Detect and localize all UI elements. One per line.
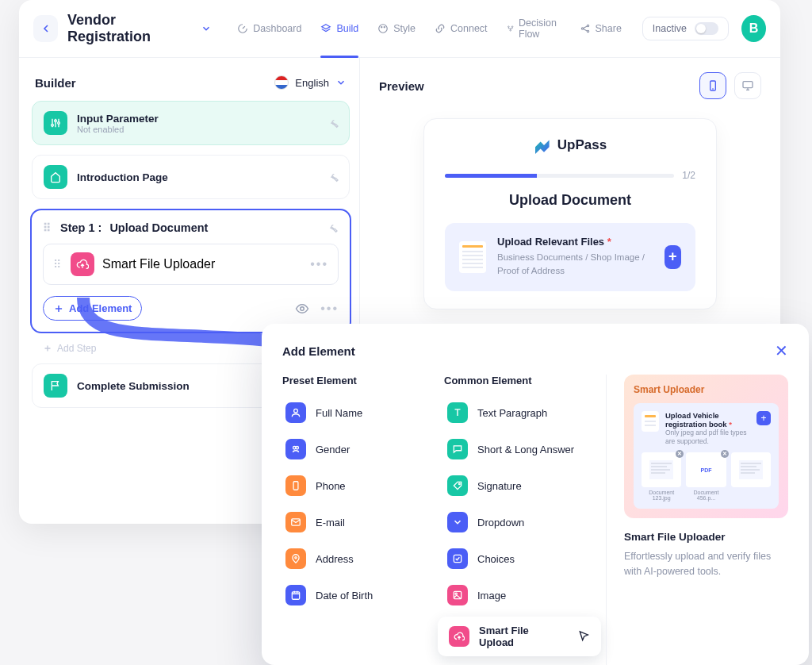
common-signature[interactable]: Signature (444, 471, 587, 501)
wrench-icon[interactable] (326, 221, 339, 234)
preset-column: Preset Element Full Name Gender Phone E-… (282, 375, 425, 665)
common-image[interactable]: Image (444, 580, 587, 610)
chat-icon (447, 439, 468, 459)
toggle-switch[interactable] (695, 22, 718, 35)
svg-point-7 (587, 25, 588, 26)
eye-icon[interactable] (295, 302, 309, 316)
common-choices[interactable]: Choices (444, 544, 587, 574)
common-short-long-answer[interactable]: Short & Long Answer (444, 434, 587, 464)
svg-point-6 (581, 28, 583, 29)
link-icon (435, 23, 446, 34)
input-parameter-card[interactable]: Input Parameter Not enabled (32, 101, 350, 145)
plus-icon (43, 344, 52, 353)
tag-icon (447, 475, 468, 496)
svg-point-20 (295, 557, 297, 559)
close-button[interactable]: ✕ (775, 341, 788, 360)
common-column: Common Element Text Paragraph Short & Lo… (444, 375, 587, 665)
title-dropdown[interactable] (201, 23, 212, 34)
tab-build[interactable]: Build (312, 11, 366, 46)
document-icon (459, 241, 486, 273)
pin-icon (285, 548, 306, 569)
layers-icon (320, 23, 331, 34)
wrench-icon[interactable] (327, 117, 339, 129)
upload-files-card: Upload Relevant Files * Business Documen… (445, 223, 695, 291)
step-label: Step 1 : (60, 221, 102, 234)
palette-icon (377, 23, 389, 34)
phone-icon (285, 475, 306, 496)
preview-heading: Upload Document (445, 192, 695, 209)
arrow-left-icon (40, 22, 52, 35)
page-title: Vendor Registration (67, 12, 191, 45)
status-toggle[interactable]: Inactive (642, 17, 729, 40)
preset-gender[interactable]: Gender (282, 434, 425, 464)
wrench-icon[interactable] (327, 171, 339, 183)
svg-point-22 (458, 483, 460, 485)
preview-device: UpPass 1/2 Upload Document Upload Releva… (423, 118, 717, 309)
add-mini-button[interactable]: + (756, 411, 771, 425)
tab-dashboard[interactable]: Dashboard (229, 11, 309, 46)
desktop-icon (741, 79, 754, 92)
add-element-button[interactable]: Add Element (43, 296, 142, 321)
svg-point-12 (301, 306, 304, 310)
text-icon (447, 402, 468, 423)
preset-address[interactable]: Address (282, 544, 425, 574)
uppass-icon (534, 136, 551, 154)
svg-rect-18 (293, 482, 298, 490)
avatar[interactable]: B (741, 15, 766, 42)
element-smart-file-uploader[interactable]: ⠿ Smart File Uploader ••• (43, 244, 339, 285)
tab-style[interactable]: Style (370, 11, 423, 46)
promo-card: Smart Uploader Upload Vehicle registrati… (624, 375, 788, 518)
chevron-down-icon (201, 23, 212, 34)
svg-point-11 (58, 122, 60, 125)
common-smart-file-upload[interactable]: Smart File Upload (438, 617, 601, 656)
us-flag-icon (274, 75, 289, 90)
share-icon (580, 23, 591, 34)
person-icon (285, 402, 306, 423)
tab-connect[interactable]: Connect (427, 11, 496, 46)
add-file-button[interactable]: + (665, 245, 682, 269)
checkbox-icon (447, 548, 468, 569)
modal-title: Add Element (282, 344, 355, 358)
remove-thumb-icon[interactable]: ✕ (676, 450, 684, 458)
preset-phone[interactable]: Phone (282, 471, 425, 501)
step-card[interactable]: ⠿ Step 1 : Upload Document ⠿ Smart File … (30, 209, 351, 333)
drag-handle-icon[interactable]: ⠿ (53, 258, 63, 271)
chevron-down-icon (335, 77, 347, 88)
upload-cloud-icon (71, 252, 94, 276)
svg-point-3 (508, 26, 509, 28)
home-icon (44, 165, 67, 189)
progress-bar: 1/2 (445, 170, 695, 181)
common-dropdown[interactable]: Dropdown (444, 507, 587, 537)
chevron-down-icon (447, 512, 468, 532)
info-description: Effortlessly upload and verify files wit… (624, 549, 788, 579)
device-desktop-tab[interactable] (734, 72, 761, 99)
svg-point-9 (52, 124, 54, 126)
remove-thumb-icon[interactable]: ✕ (721, 450, 729, 458)
thumbnail: ✕ PDF (686, 452, 726, 487)
info-column: Smart Uploader Upload Vehicle registrati… (606, 375, 788, 665)
required-asterisk: * (607, 236, 611, 248)
tab-decision-flow[interactable]: Decision Flow (499, 11, 569, 46)
more-icon[interactable]: ••• (310, 257, 328, 271)
svg-point-2 (384, 27, 385, 28)
branch-icon (507, 23, 514, 34)
topbar: Vendor Registration Dashboard Build Styl… (19, 0, 780, 58)
device-mobile-tab[interactable] (699, 72, 726, 99)
language-selector[interactable]: English (274, 75, 347, 90)
svg-point-1 (381, 27, 382, 28)
more-icon[interactable]: ••• (320, 302, 339, 316)
preset-full-name[interactable]: Full Name (282, 398, 425, 428)
common-text-paragraph[interactable]: Text Paragraph (444, 398, 587, 428)
nav-tabs: Dashboard Build Style Connect Decision F… (229, 11, 630, 46)
preset-email[interactable]: E-mail (282, 507, 425, 537)
introduction-page-card[interactable]: Introduction Page (32, 155, 350, 199)
drag-handle-icon[interactable]: ⠿ (43, 221, 52, 234)
calendar-icon (285, 585, 306, 605)
tab-share[interactable]: Share (572, 11, 630, 46)
gender-icon (285, 439, 306, 459)
thumbnail: ✕ (642, 452, 681, 487)
back-button[interactable] (33, 15, 58, 42)
thumbnail (731, 452, 771, 487)
document-icon (642, 411, 659, 432)
preset-dob[interactable]: Date of Birth (282, 580, 425, 610)
